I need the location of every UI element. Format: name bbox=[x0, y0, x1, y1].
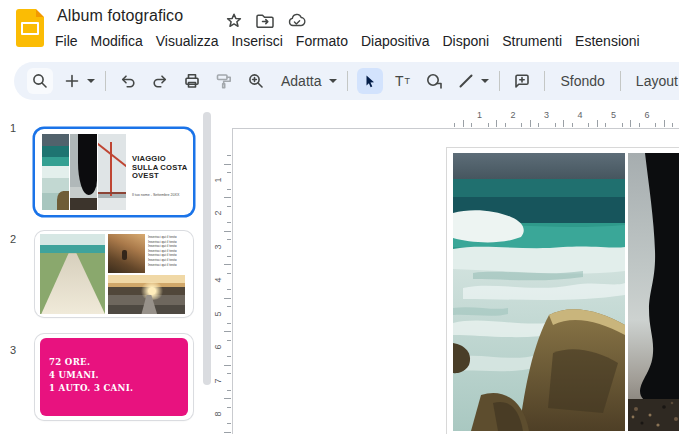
thumb2-boardwalk-photo bbox=[40, 234, 105, 314]
thumb1-title: VIAGGIO SULLA COSTA OVEST bbox=[132, 155, 190, 181]
shape-tool-button[interactable] bbox=[421, 68, 447, 94]
search-menus-button[interactable] bbox=[27, 68, 53, 94]
menu-item-file[interactable]: File bbox=[55, 33, 78, 53]
thumb3-text-line: 4 UMANI. bbox=[49, 369, 133, 382]
v-ruler-number: 6 bbox=[213, 341, 223, 353]
h-ruler-number: 4 bbox=[574, 110, 586, 120]
slide-1-number: 1 bbox=[0, 122, 16, 134]
h-ruler-tick bbox=[572, 123, 573, 127]
undo-button[interactable] bbox=[115, 68, 141, 94]
canvas-silhouette-photo[interactable] bbox=[628, 153, 679, 431]
h-ruler-tick bbox=[496, 120, 497, 127]
slides-logo-page bbox=[21, 22, 39, 35]
slide-2-thumbnail[interactable]: Inserisci qui il testo Inserisci qui il … bbox=[35, 231, 193, 317]
filmstrip-scrollbar[interactable] bbox=[203, 112, 211, 385]
menu-item-diapositiva[interactable]: Diapositiva bbox=[361, 33, 429, 53]
v-ruler-number: 4 bbox=[213, 274, 223, 286]
v-ruler-tick bbox=[224, 331, 231, 332]
h-ruler-number: 3 bbox=[541, 110, 553, 120]
v-ruler-number: 1 bbox=[213, 174, 223, 186]
menu-item-disponi[interactable]: Disponi bbox=[442, 33, 489, 53]
move-button[interactable] bbox=[255, 11, 275, 30]
h-ruler-tick bbox=[605, 123, 606, 127]
v-ruler-tick bbox=[224, 432, 231, 433]
toolbar-divider bbox=[544, 71, 545, 91]
v-ruler-tick bbox=[227, 306, 231, 307]
h-ruler-tick bbox=[471, 123, 472, 127]
h-ruler-tick bbox=[521, 123, 522, 127]
menu-item-formato[interactable]: Formato bbox=[296, 33, 348, 53]
thumb3-text-line: 1 AUTO. 3 CANI. bbox=[49, 382, 133, 395]
thumb2-placeholder-text: Inserisci qui il testo Inserisci qui il … bbox=[148, 235, 186, 267]
slides-logo[interactable] bbox=[16, 9, 44, 47]
new-slide-button[interactable] bbox=[59, 68, 85, 94]
v-ruler-number: 3 bbox=[213, 241, 223, 253]
print-button[interactable] bbox=[179, 68, 205, 94]
v-ruler-tick bbox=[227, 155, 231, 156]
v-ruler-tick bbox=[227, 172, 231, 173]
v-ruler-tick bbox=[227, 423, 231, 424]
line-icon bbox=[458, 73, 474, 89]
h-ruler-tick bbox=[597, 120, 598, 127]
cloud-status[interactable] bbox=[287, 11, 307, 30]
v-ruler-tick bbox=[227, 390, 231, 391]
new-slide-caret[interactable] bbox=[87, 79, 95, 83]
select-tool-button[interactable] bbox=[357, 68, 383, 94]
h-ruler-tick bbox=[463, 120, 464, 127]
thumb2-road-photo bbox=[108, 275, 185, 314]
text-box-button[interactable]: TT bbox=[389, 68, 415, 94]
v-ruler-tick bbox=[227, 373, 231, 374]
slide-canvas[interactable] bbox=[446, 147, 679, 434]
add-comment-button[interactable] bbox=[509, 68, 535, 94]
h-ruler-tick bbox=[505, 123, 506, 127]
v-ruler-tick bbox=[224, 365, 231, 366]
paint-format-icon bbox=[215, 72, 233, 90]
zoom-in-icon bbox=[247, 72, 265, 90]
paint-format-button[interactable] bbox=[211, 68, 237, 94]
v-ruler-number: 8 bbox=[213, 408, 223, 420]
toolbar-divider bbox=[499, 71, 500, 91]
slide-3-thumbnail[interactable]: 72 ORE.4 UMANI.1 AUTO. 3 CANI. bbox=[35, 334, 193, 420]
shape-icon bbox=[425, 72, 443, 90]
zoom-fit-select[interactable]: Adatta bbox=[272, 73, 330, 89]
redo-button[interactable] bbox=[147, 68, 173, 94]
search-icon bbox=[31, 72, 49, 90]
line-tool-caret[interactable] bbox=[481, 79, 489, 83]
move-folder-icon bbox=[255, 12, 275, 30]
slide-1-thumbnail[interactable]: VIAGGIO SULLA COSTA OVEST Il tuo nome - … bbox=[35, 129, 193, 215]
thumb1-subtitle: Il tuo nome - Settembre 20XX bbox=[132, 193, 190, 197]
add-comment-icon bbox=[513, 72, 531, 90]
h-ruler-tick bbox=[655, 123, 656, 127]
v-ruler-tick bbox=[227, 340, 231, 341]
line-tool-button[interactable] bbox=[453, 68, 479, 94]
canvas-left-border bbox=[232, 128, 233, 434]
thumb3-text: 72 ORE.4 UMANI.1 AUTO. 3 CANI. bbox=[49, 356, 133, 395]
layout-button[interactable]: Layout bbox=[627, 73, 679, 89]
document-title[interactable]: Album fotografico bbox=[57, 7, 183, 25]
zoom-button[interactable] bbox=[243, 68, 269, 94]
h-ruler-tick bbox=[488, 123, 489, 127]
v-ruler-tick bbox=[224, 197, 231, 198]
menu-item-modifica[interactable]: Modifica bbox=[91, 33, 143, 53]
menu-item-inserisci[interactable]: Inserisci bbox=[231, 33, 282, 53]
menu-item-visualizza[interactable]: Visualizza bbox=[156, 33, 219, 53]
toolbar-divider bbox=[105, 71, 106, 91]
undo-icon bbox=[119, 72, 137, 90]
canvas-ocean-photo[interactable] bbox=[453, 153, 625, 431]
background-button[interactable]: Sfondo bbox=[551, 73, 613, 89]
v-ruler-tick bbox=[227, 256, 231, 257]
star-button[interactable] bbox=[224, 11, 244, 30]
thumb1-bridge-photo bbox=[98, 134, 126, 210]
v-ruler-tick bbox=[227, 323, 231, 324]
menu-item-estensioni[interactable]: Estensioni bbox=[575, 33, 640, 53]
menu-item-strumenti[interactable]: Strumenti bbox=[502, 33, 562, 53]
v-ruler-number: 7 bbox=[213, 375, 223, 387]
star-icon bbox=[225, 12, 243, 30]
h-ruler-tick bbox=[622, 123, 623, 127]
v-ruler-tick bbox=[227, 222, 231, 223]
v-ruler-tick bbox=[227, 206, 231, 207]
v-ruler-number: 5 bbox=[213, 308, 223, 320]
thumb3-text-line: 72 ORE. bbox=[49, 356, 133, 369]
zoom-fit-caret[interactable] bbox=[329, 79, 337, 83]
h-ruler-tick bbox=[538, 123, 539, 127]
